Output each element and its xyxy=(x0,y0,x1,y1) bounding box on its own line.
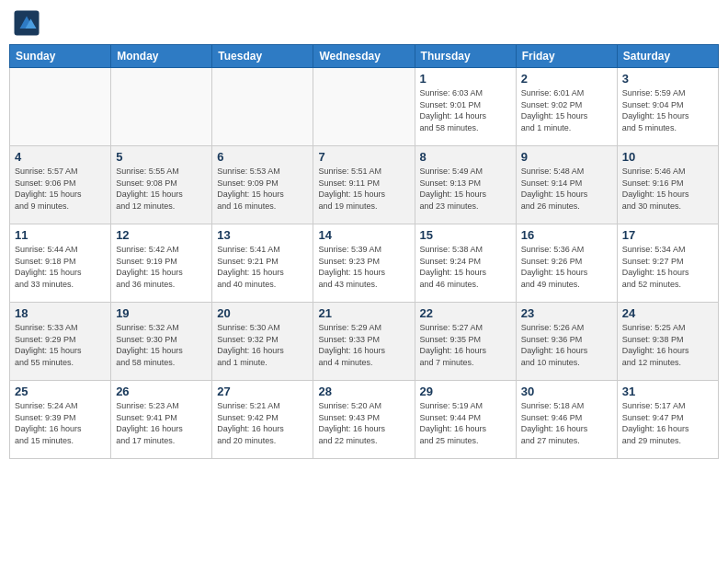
day-info: Sunrise: 5:48 AM Sunset: 9:14 PM Dayligh… xyxy=(521,166,612,212)
weekday-header-saturday: Saturday xyxy=(617,45,718,68)
day-cell: 16Sunrise: 5:36 AM Sunset: 9:26 PM Dayli… xyxy=(516,224,617,303)
day-number: 8 xyxy=(420,150,511,164)
day-number: 14 xyxy=(318,228,409,242)
day-cell: 23Sunrise: 5:26 AM Sunset: 9:36 PM Dayli… xyxy=(516,303,617,381)
day-info: Sunrise: 5:42 AM Sunset: 9:19 PM Dayligh… xyxy=(116,244,207,290)
day-cell xyxy=(111,68,212,146)
day-cell: 5Sunrise: 5:55 AM Sunset: 9:08 PM Daylig… xyxy=(111,146,212,224)
weekday-header-tuesday: Tuesday xyxy=(212,45,313,68)
day-cell: 19Sunrise: 5:32 AM Sunset: 9:30 PM Dayli… xyxy=(111,303,212,381)
day-info: Sunrise: 5:34 AM Sunset: 9:27 PM Dayligh… xyxy=(622,244,713,290)
day-info: Sunrise: 5:19 AM Sunset: 9:44 PM Dayligh… xyxy=(420,400,511,446)
day-number: 1 xyxy=(420,72,511,86)
day-info: Sunrise: 5:53 AM Sunset: 9:09 PM Dayligh… xyxy=(217,166,308,212)
day-number: 19 xyxy=(116,306,207,320)
day-info: Sunrise: 5:55 AM Sunset: 9:08 PM Dayligh… xyxy=(116,166,207,212)
day-info: Sunrise: 5:39 AM Sunset: 9:23 PM Dayligh… xyxy=(318,244,409,290)
day-cell: 10Sunrise: 5:46 AM Sunset: 9:16 PM Dayli… xyxy=(617,146,718,224)
day-number: 24 xyxy=(622,306,713,320)
day-number: 4 xyxy=(15,150,106,164)
day-cell: 26Sunrise: 5:23 AM Sunset: 9:41 PM Dayli… xyxy=(111,381,212,459)
day-cell: 4Sunrise: 5:57 AM Sunset: 9:06 PM Daylig… xyxy=(10,146,111,224)
day-cell: 18Sunrise: 5:33 AM Sunset: 9:29 PM Dayli… xyxy=(10,303,111,381)
day-number: 30 xyxy=(521,385,612,398)
week-row-2: 4Sunrise: 5:57 AM Sunset: 9:06 PM Daylig… xyxy=(10,146,719,224)
day-cell: 7Sunrise: 5:51 AM Sunset: 9:11 PM Daylig… xyxy=(313,146,415,224)
day-info: Sunrise: 5:36 AM Sunset: 9:26 PM Dayligh… xyxy=(521,244,612,290)
day-info: Sunrise: 5:32 AM Sunset: 9:30 PM Dayligh… xyxy=(116,322,207,368)
day-number: 12 xyxy=(116,228,207,242)
day-cell: 9Sunrise: 5:48 AM Sunset: 9:14 PM Daylig… xyxy=(516,146,617,224)
day-cell: 31Sunrise: 5:17 AM Sunset: 9:47 PM Dayli… xyxy=(617,381,718,459)
day-number: 13 xyxy=(217,228,308,242)
calendar: SundayMondayTuesdayWednesdayThursdayFrid… xyxy=(9,44,719,459)
day-cell: 8Sunrise: 5:49 AM Sunset: 9:13 PM Daylig… xyxy=(415,146,516,224)
day-info: Sunrise: 5:57 AM Sunset: 9:06 PM Dayligh… xyxy=(15,166,106,212)
day-info: Sunrise: 5:30 AM Sunset: 9:32 PM Dayligh… xyxy=(217,322,308,368)
week-row-3: 11Sunrise: 5:44 AM Sunset: 9:18 PM Dayli… xyxy=(10,224,719,303)
day-info: Sunrise: 5:23 AM Sunset: 9:41 PM Dayligh… xyxy=(116,400,207,446)
logo xyxy=(13,9,44,37)
day-info: Sunrise: 5:17 AM Sunset: 9:47 PM Dayligh… xyxy=(622,400,713,446)
day-number: 2 xyxy=(521,72,612,86)
day-cell: 14Sunrise: 5:39 AM Sunset: 9:23 PM Dayli… xyxy=(313,224,415,303)
day-cell: 21Sunrise: 5:29 AM Sunset: 9:33 PM Dayli… xyxy=(313,303,415,381)
day-cell: 28Sunrise: 5:20 AM Sunset: 9:43 PM Dayli… xyxy=(313,381,415,459)
day-cell: 25Sunrise: 5:24 AM Sunset: 9:39 PM Dayli… xyxy=(10,381,111,459)
day-cell xyxy=(10,68,111,146)
day-cell: 12Sunrise: 5:42 AM Sunset: 9:19 PM Dayli… xyxy=(111,224,212,303)
day-info: Sunrise: 5:49 AM Sunset: 9:13 PM Dayligh… xyxy=(420,166,511,212)
day-number: 27 xyxy=(217,385,308,398)
day-cell: 15Sunrise: 5:38 AM Sunset: 9:24 PM Dayli… xyxy=(415,224,516,303)
day-info: Sunrise: 5:21 AM Sunset: 9:42 PM Dayligh… xyxy=(217,400,308,446)
weekday-header-monday: Monday xyxy=(111,45,212,68)
day-info: Sunrise: 5:41 AM Sunset: 9:21 PM Dayligh… xyxy=(217,244,308,290)
weekday-header-thursday: Thursday xyxy=(415,45,516,68)
logo-icon xyxy=(13,9,40,37)
day-info: Sunrise: 5:18 AM Sunset: 9:46 PM Dayligh… xyxy=(521,400,612,446)
day-number: 23 xyxy=(521,306,612,320)
page-header xyxy=(9,9,719,37)
week-row-1: 1Sunrise: 6:03 AM Sunset: 9:01 PM Daylig… xyxy=(10,68,719,146)
day-number: 20 xyxy=(217,306,308,320)
day-number: 10 xyxy=(622,150,713,164)
day-number: 9 xyxy=(521,150,612,164)
day-number: 21 xyxy=(318,306,409,320)
week-row-4: 18Sunrise: 5:33 AM Sunset: 9:29 PM Dayli… xyxy=(10,303,719,381)
day-info: Sunrise: 5:44 AM Sunset: 9:18 PM Dayligh… xyxy=(15,244,106,290)
day-number: 28 xyxy=(318,385,409,398)
day-info: Sunrise: 5:46 AM Sunset: 9:16 PM Dayligh… xyxy=(622,166,713,212)
day-info: Sunrise: 5:38 AM Sunset: 9:24 PM Dayligh… xyxy=(420,244,511,290)
day-number: 17 xyxy=(622,228,713,242)
day-number: 5 xyxy=(116,150,207,164)
day-cell: 20Sunrise: 5:30 AM Sunset: 9:32 PM Dayli… xyxy=(212,303,313,381)
day-info: Sunrise: 6:01 AM Sunset: 9:02 PM Dayligh… xyxy=(521,87,612,133)
day-info: Sunrise: 5:20 AM Sunset: 9:43 PM Dayligh… xyxy=(318,400,409,446)
day-info: Sunrise: 6:03 AM Sunset: 9:01 PM Dayligh… xyxy=(420,87,511,133)
day-cell: 24Sunrise: 5:25 AM Sunset: 9:38 PM Dayli… xyxy=(617,303,718,381)
day-number: 3 xyxy=(622,72,713,86)
day-info: Sunrise: 5:29 AM Sunset: 9:33 PM Dayligh… xyxy=(318,322,409,368)
day-number: 15 xyxy=(420,228,511,242)
weekday-header-friday: Friday xyxy=(516,45,617,68)
day-info: Sunrise: 5:24 AM Sunset: 9:39 PM Dayligh… xyxy=(15,400,106,446)
day-number: 26 xyxy=(116,385,207,398)
day-number: 18 xyxy=(15,306,106,320)
day-cell: 30Sunrise: 5:18 AM Sunset: 9:46 PM Dayli… xyxy=(516,381,617,459)
day-number: 22 xyxy=(420,306,511,320)
day-cell: 29Sunrise: 5:19 AM Sunset: 9:44 PM Dayli… xyxy=(415,381,516,459)
day-cell: 1Sunrise: 6:03 AM Sunset: 9:01 PM Daylig… xyxy=(415,68,516,146)
day-info: Sunrise: 5:25 AM Sunset: 9:38 PM Dayligh… xyxy=(622,322,713,368)
day-cell: 27Sunrise: 5:21 AM Sunset: 9:42 PM Dayli… xyxy=(212,381,313,459)
day-number: 11 xyxy=(15,228,106,242)
weekday-header-sunday: Sunday xyxy=(10,45,111,68)
day-cell: 6Sunrise: 5:53 AM Sunset: 9:09 PM Daylig… xyxy=(212,146,313,224)
day-cell: 17Sunrise: 5:34 AM Sunset: 9:27 PM Dayli… xyxy=(617,224,718,303)
day-number: 25 xyxy=(15,385,106,398)
day-number: 7 xyxy=(318,150,409,164)
weekday-header-row: SundayMondayTuesdayWednesdayThursdayFrid… xyxy=(10,45,719,68)
day-cell xyxy=(313,68,415,146)
day-info: Sunrise: 5:59 AM Sunset: 9:04 PM Dayligh… xyxy=(622,87,713,133)
day-cell: 3Sunrise: 5:59 AM Sunset: 9:04 PM Daylig… xyxy=(617,68,718,146)
day-number: 6 xyxy=(217,150,308,164)
